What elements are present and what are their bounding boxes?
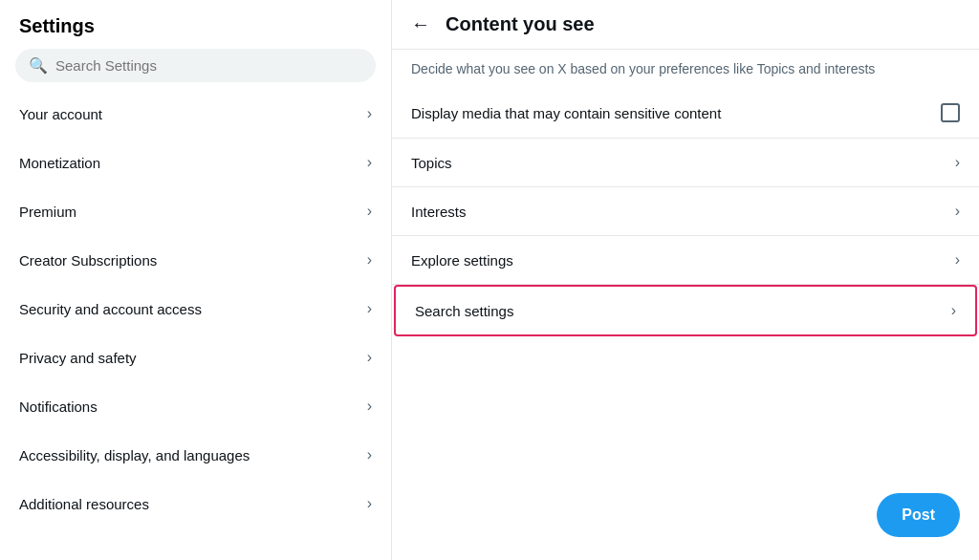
chevron-right-icon: › [367, 203, 372, 220]
content-item-label: Topics [411, 155, 452, 171]
sidebar-item-label: Notifications [19, 398, 98, 415]
chevron-right-icon: › [367, 349, 372, 366]
main-subtitle: Decide what you see on X based on your p… [392, 50, 979, 88]
content-item-label: Display media that may contain sensitive… [411, 105, 721, 121]
content-item-label: Explore settings [411, 252, 513, 269]
nav-list: Your account › Monetization › Premium › … [0, 90, 391, 560]
content-item-display-media[interactable]: Display media that may contain sensitive… [392, 88, 979, 139]
sidebar-item-label: Creator Subscriptions [19, 252, 157, 269]
main-title: Content you see [446, 13, 595, 35]
chevron-right-icon: › [955, 203, 960, 220]
sidebar-item-accessibility-display-languages[interactable]: Accessibility, display, and languages › [0, 431, 391, 480]
chevron-right-icon: › [367, 495, 372, 512]
main-header: ← Content you see [392, 0, 979, 50]
post-button[interactable]: Post [877, 493, 960, 537]
main-panel: ← Content you see Decide what you see on… [392, 0, 979, 560]
sidebar-item-label: Privacy and safety [19, 350, 137, 366]
content-item-topics[interactable]: Topics › [392, 139, 979, 187]
sidebar-item-label: Premium [19, 204, 76, 220]
sidebar-item-your-account[interactable]: Your account › [0, 90, 391, 139]
chevron-right-icon: › [367, 300, 372, 317]
chevron-right-icon: › [955, 251, 960, 269]
sidebar-item-monetization[interactable]: Monetization › [0, 139, 391, 187]
content-item-search-settings[interactable]: Search settings › [394, 285, 977, 336]
chevron-right-icon: › [367, 154, 372, 171]
chevron-right-icon: › [951, 302, 956, 319]
sidebar-item-notifications[interactable]: Notifications › [0, 382, 391, 431]
sidebar-item-label: Monetization [19, 155, 100, 171]
sidebar-item-creator-subscriptions[interactable]: Creator Subscriptions › [0, 236, 391, 285]
sidebar-item-privacy-safety[interactable]: Privacy and safety › [0, 334, 391, 382]
content-item-explore-settings[interactable]: Explore settings › [392, 236, 979, 285]
sidebar-item-label: Your account [19, 106, 102, 122]
chevron-right-icon: › [367, 446, 372, 463]
chevron-right-icon: › [367, 251, 372, 269]
search-icon: 🔍 [29, 56, 48, 75]
content-item-label: Search settings [415, 303, 513, 319]
content-item-label: Interests [411, 204, 467, 220]
sidebar-item-label: Security and account access [19, 301, 202, 317]
checkbox-display-media[interactable] [941, 103, 960, 122]
search-box[interactable]: 🔍 [15, 49, 376, 82]
chevron-right-icon: › [367, 398, 372, 415]
sidebar-item-security-account-access[interactable]: Security and account access › [0, 285, 391, 334]
back-button[interactable]: ← [411, 13, 430, 35]
chevron-right-icon: › [955, 154, 960, 171]
sidebar: Settings 🔍 Your account › Monetization ›… [0, 0, 392, 560]
sidebar-item-additional-resources[interactable]: Additional resources › [0, 480, 391, 528]
content-item-interests[interactable]: Interests › [392, 187, 979, 236]
sidebar-item-label: Additional resources [19, 496, 149, 512]
sidebar-title: Settings [0, 0, 391, 49]
sidebar-item-label: Accessibility, display, and languages [19, 447, 250, 463]
sidebar-item-premium[interactable]: Premium › [0, 187, 391, 236]
chevron-right-icon: › [367, 105, 372, 122]
content-list: Display media that may contain sensitive… [392, 88, 979, 336]
search-input[interactable] [55, 57, 362, 74]
